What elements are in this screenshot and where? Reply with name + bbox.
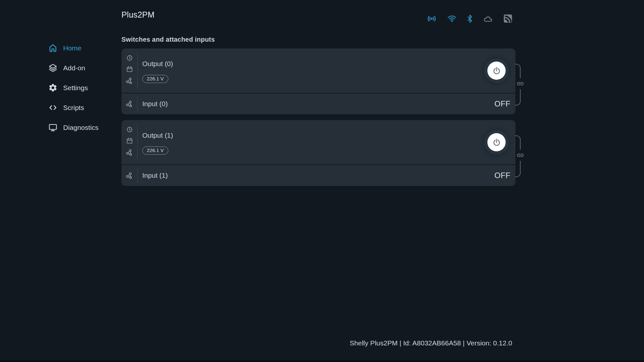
voltage-badge: 226.1 V (142, 75, 168, 83)
code-icon (48, 103, 58, 112)
input-state: OFF (495, 171, 511, 180)
input-state: OFF (495, 99, 511, 108)
sidebar-item-addon[interactable]: Add-on (48, 58, 113, 78)
output-row-1[interactable]: Output (1) 226.1 V (121, 120, 515, 164)
webhook-icon (126, 172, 133, 179)
sidebar-item-settings[interactable]: Settings (48, 78, 113, 98)
input-rail-icons (121, 96, 138, 112)
sidebar-item-scripts[interactable]: Scripts (48, 98, 113, 118)
output-row-0[interactable]: Output (0) 226.1 V (121, 49, 515, 93)
device-info-footer: Shelly Plus2PM | Id: A8032AB66A58 | Vers… (121, 339, 515, 347)
cloud-icon (483, 15, 493, 23)
power-toggle-button[interactable] (484, 130, 509, 155)
input-row-0[interactable]: Input (0) OFF (121, 93, 515, 114)
io-link-bracket (515, 63, 526, 106)
status-icon-bar (427, 13, 512, 24)
page-title: Plus2PM (121, 10, 154, 20)
output-label: Output (1) (142, 131, 515, 140)
sidebar-item-home[interactable]: Home (48, 38, 113, 58)
sidebar-item-label: Add-on (63, 64, 85, 72)
input-rail-icons (121, 168, 138, 183)
input-label: Input (0) (142, 100, 168, 108)
home-icon (48, 43, 58, 53)
webhook-icon (126, 101, 133, 107)
input-row-1[interactable]: Input (1) OFF (121, 165, 515, 186)
main-content: Switches and attached inputs (121, 36, 515, 186)
calendar-icon (126, 66, 133, 73)
sidebar-item-diagnostics[interactable]: Diagnostics (48, 118, 113, 137)
sidebar-item-label: Home (63, 44, 81, 52)
clock-icon (127, 127, 133, 132)
power-toggle-button[interactable] (484, 58, 509, 83)
link-icon (517, 154, 524, 157)
output-rail-icons (121, 123, 138, 161)
sidebar-item-label: Scripts (63, 104, 84, 112)
wifi-icon (447, 15, 456, 22)
sidebar: Home Add-on Settings Scripts (48, 38, 113, 137)
section-heading: Switches and attached inputs (121, 36, 515, 43)
monitor-icon (48, 123, 58, 132)
ap-broadcast-icon (427, 15, 437, 23)
calendar-icon (126, 137, 133, 144)
webhook-icon (126, 77, 133, 84)
power-icon (487, 62, 506, 80)
power-icon (487, 133, 506, 151)
output-label: Output (0) (142, 59, 515, 68)
bottom-scroll-strip (0, 360, 644, 362)
input-label: Input (1) (142, 172, 168, 179)
debug-log-icon (504, 14, 512, 23)
output-rail-icons (121, 52, 138, 90)
sidebar-item-label: Settings (63, 84, 88, 92)
layers-icon (48, 63, 58, 73)
switch-card-0: Output (0) 226.1 V (121, 49, 515, 114)
bluetooth-icon (467, 14, 472, 23)
switch-card-1: Output (1) 226.1 V (121, 120, 515, 186)
webhook-icon (126, 149, 133, 156)
gear-icon (48, 83, 58, 92)
sidebar-item-label: Diagnostics (63, 123, 99, 132)
io-link-bracket (515, 135, 526, 177)
link-icon (517, 82, 524, 85)
voltage-badge: 226.1 V (142, 146, 168, 155)
clock-icon (127, 55, 133, 61)
